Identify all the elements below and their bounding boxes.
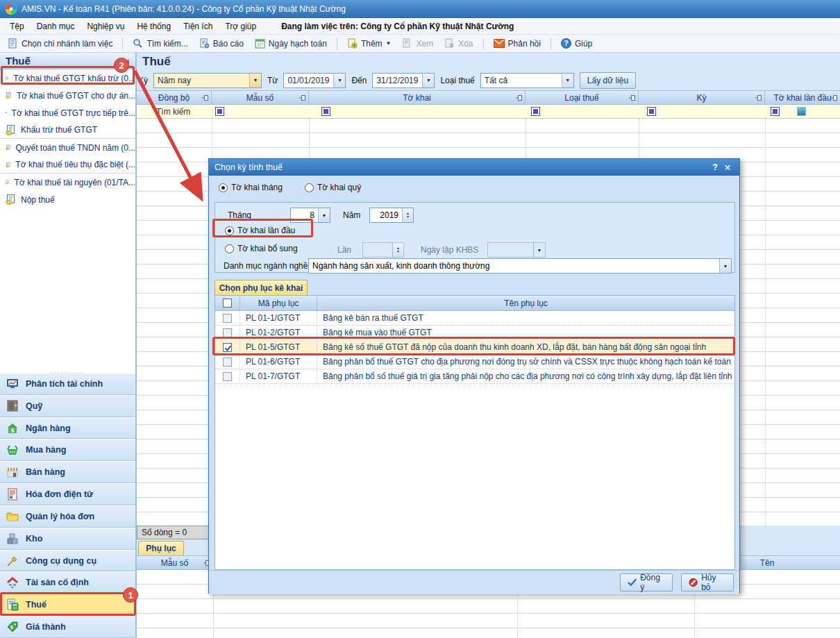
dialog-help-icon[interactable]: ? <box>709 162 721 172</box>
module-mua-hang[interactable]: Mua hàng <box>0 439 135 461</box>
column-header-ma-phu-luc[interactable]: Mã phụ lục <box>240 296 317 310</box>
radio-monthly[interactable]: Tờ khai tháng <box>219 183 283 192</box>
sidebar-item-gtgt-truc-tiep[interactable]: Tờ khai thuế GTGT trực tiếp trê... <box>0 104 135 121</box>
module-quan-ly-hoa-don[interactable]: Quản lý hóa đơn <box>0 505 135 528</box>
menu-danh-muc[interactable]: Danh mục <box>37 22 75 31</box>
month-combo[interactable]: 8▼ <box>290 208 330 223</box>
ok-button[interactable]: Đồng ý <box>620 573 673 591</box>
industry-combo[interactable]: Ngành hàng sản xuất, kinh doanh thông th… <box>308 258 732 274</box>
table-row[interactable]: PL 01-6/GTGT Bảng phân bổ thuế GTGT cho … <box>215 355 734 369</box>
column-header-dong-bo[interactable]: Đồng bộ <box>137 91 212 104</box>
chevron-down-icon[interactable]: ▼ <box>422 74 434 87</box>
pin-icon[interactable] <box>299 94 306 102</box>
column-header-to-khai[interactable]: Tờ khai <box>309 91 526 104</box>
module-hoa-don-dien-tu[interactable]: Hóa đơn điện tử <box>0 483 135 505</box>
load-data-button[interactable]: Lấy dữ liệu <box>580 72 636 89</box>
report-button[interactable]: Báo cáo <box>196 37 247 50</box>
row-checkbox[interactable] <box>223 372 232 381</box>
module-gia-thanh[interactable]: $ Giá thành <box>0 616 135 638</box>
sidebar-item-gtgt-khau-tru[interactable]: Tờ khai thuế GTGT khấu trừ (0... <box>0 69 135 87</box>
table-row[interactable]: PL 01-1/GTGT Bảng kê bán ra thuế GTGT <box>215 311 734 326</box>
period-combo[interactable]: Năm nay▼ <box>153 73 262 88</box>
grid-search-row[interactable]: Tìm kiếm <box>137 105 840 119</box>
pin-icon[interactable] <box>515 94 523 102</box>
column-header-ky[interactable]: Kỳ <box>639 91 765 104</box>
tab-chon-phu-luc[interactable]: Chọn phụ lục kê khai <box>215 280 308 295</box>
search-button[interactable]: Tìm kiếm... <box>129 37 191 50</box>
radio-supplement-declaration[interactable]: Tờ khai bổ sung <box>225 244 298 253</box>
sidebar-item-tndn[interactable]: Quyết toán thuế TNDN năm (0... <box>0 139 135 156</box>
menu-tien-ich[interactable]: Tiện ích <box>183 22 212 31</box>
sidebar-item-ttdb[interactable]: Tờ khai thuế tiêu thụ đặc biệt (... <box>0 156 135 174</box>
table-row-selected[interactable]: PL 01-5/GTGT Bảng kê số thuế GTGT đã nộp… <box>215 340 734 355</box>
module-thue[interactable]: Thuế <box>0 594 135 616</box>
row-checkbox[interactable] <box>223 358 232 367</box>
select-all-checkbox[interactable] <box>223 299 232 308</box>
menu-tep[interactable]: Tệp <box>10 22 24 31</box>
view-icon <box>402 38 412 49</box>
column-header-loai-thue[interactable]: Loại thuế <box>526 91 639 104</box>
sidebar-item-khau-tru-gtgt[interactable]: Khấu trừ thuế GTGT <box>0 121 135 139</box>
pin-icon[interactable] <box>755 94 762 102</box>
year-spinner[interactable]: 2019▲▼ <box>369 208 414 223</box>
tab-phu-luc[interactable]: Phụ lục <box>138 541 184 555</box>
add-button[interactable]: Thêm▼ <box>344 37 395 50</box>
feedback-button[interactable]: Phản hồi <box>490 37 544 50</box>
module-cong-cu-dung-cu[interactable]: Công cụ dụng cụ <box>0 550 135 572</box>
module-kho[interactable]: Kho <box>0 528 135 550</box>
chevron-down-icon[interactable]: ▼ <box>562 74 573 87</box>
filter-checkbox[interactable] <box>531 107 540 116</box>
filter-checkbox[interactable] <box>215 107 224 116</box>
filter-checkbox[interactable] <box>647 107 656 116</box>
first-declaration-filter-checkbox[interactable] <box>797 107 806 116</box>
pin-icon[interactable] <box>201 94 209 102</box>
chevron-down-icon[interactable]: ▼ <box>318 208 330 222</box>
table-row[interactable]: PL 01-2/GTGT Bảng kê mua vào thuế GTGT <box>215 326 734 340</box>
chevron-down-icon[interactable]: ▼ <box>719 259 731 273</box>
basket-icon <box>6 444 19 456</box>
bottom-column-mau-so[interactable]: Mẫu số <box>137 556 213 569</box>
module-ban-hang[interactable]: Bán hàng <box>0 461 135 483</box>
sidebar-item-tai-nguyen[interactable]: Tờ khai thuế tài nguyên (01/TA... <box>0 174 135 191</box>
filter-checkbox[interactable] <box>321 107 330 116</box>
module-quy[interactable]: Quỹ <box>0 395 135 417</box>
row-checkbox-checked[interactable] <box>223 343 232 352</box>
module-ngan-hang[interactable]: $ Ngân hàng <box>0 417 135 439</box>
tax-type-combo[interactable]: Tất cả▼ <box>480 73 574 88</box>
dialog-close-icon[interactable]: ✕ <box>721 162 734 173</box>
sidebar-item-gtgt-du-an[interactable]: Tờ khai thuế GTGT cho dự án... <box>0 87 135 104</box>
view-button[interactable]: Xem <box>398 37 437 50</box>
cancel-button[interactable]: Hủy bỏ <box>681 573 734 591</box>
to-date-picker[interactable]: 31/12/2019▼ <box>372 73 435 88</box>
table-row[interactable]: PL 01-7/GTGT Bảng phân bổ số thuế giá tr… <box>215 369 734 384</box>
column-header-to-khai-lan-dau[interactable]: Tờ khai lần đầu <box>765 91 840 104</box>
radio-quarterly[interactable]: Tờ khai quý <box>305 183 361 192</box>
menu-he-thong[interactable]: Hệ thống <box>137 22 171 31</box>
e-invoice-icon <box>6 488 19 501</box>
module-phan-tich-tai-chinh[interactable]: Phân tích tài chính <box>0 373 135 395</box>
chevron-down-icon[interactable]: ▼ <box>333 74 345 87</box>
pin-icon[interactable] <box>628 94 636 102</box>
column-header-ten-phu-luc[interactable]: Tên phụ lục <box>317 299 734 308</box>
chevron-down-icon[interactable]: ▼ <box>249 74 261 87</box>
industry-label: Danh mục ngành nghề <box>224 261 308 271</box>
dialog-title: Chọn kỳ tính thuế <box>215 162 283 172</box>
pin-icon[interactable] <box>830 94 838 102</box>
row-checkbox[interactable] <box>223 328 232 337</box>
menu-nghiep-vu[interactable]: Nghiệp vụ <box>87 22 124 31</box>
branch-button[interactable]: Chọn chi nhánh làm việc <box>4 37 116 50</box>
help-button[interactable]: ? Giúp <box>557 37 596 50</box>
menu-tro-giup[interactable]: Trợ giúp <box>225 22 256 31</box>
delete-button[interactable]: Xóa <box>441 37 476 50</box>
column-header-mau-so[interactable]: Mẫu số <box>212 91 309 104</box>
from-date-picker[interactable]: 01/01/2019▼ <box>283 73 346 88</box>
tax-doc-icon <box>6 108 7 118</box>
row-checkbox[interactable] <box>223 314 232 323</box>
filter-checkbox[interactable] <box>771 107 780 116</box>
spinner-arrows-icon[interactable]: ▲▼ <box>402 208 413 222</box>
toolbar-separator <box>483 37 484 50</box>
sidebar-item-nop-thue[interactable]: Nộp thuế <box>0 191 135 208</box>
posting-date-button[interactable]: Ngày hạch toán <box>251 37 330 50</box>
radio-first-declaration[interactable]: Tờ khai lần đầu <box>225 226 295 235</box>
module-tai-san-co-dinh[interactable]: Tài sản cố định <box>0 571 135 594</box>
